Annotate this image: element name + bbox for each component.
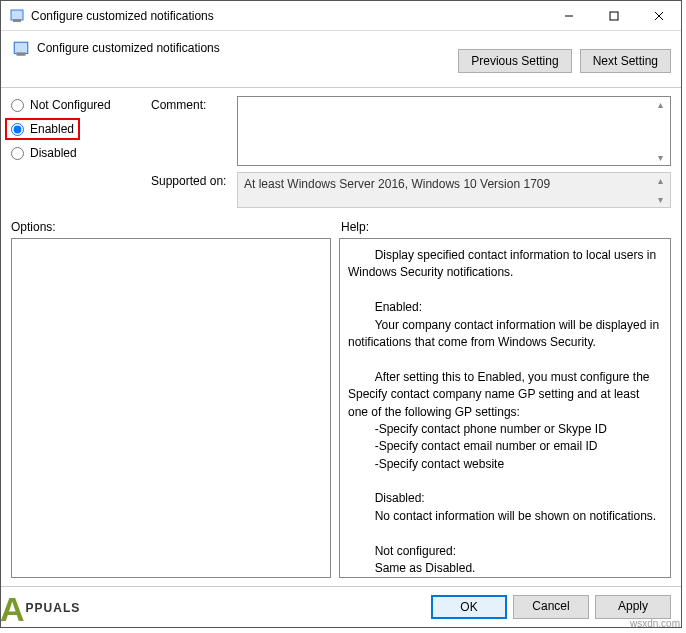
watermark-logo: APPUALS [0,588,80,627]
comment-scroll: ▴▾ [652,99,668,163]
radio-not-configured[interactable]: Not Configured [11,98,141,112]
policy-icon [9,8,25,24]
svg-rect-1 [13,19,21,22]
section-labels: Options: Help: [1,212,681,238]
policy-header-icon [11,39,31,59]
supported-label: Supported on: [151,172,231,208]
watermark-text: PPUALS [26,601,81,615]
supported-scroll: ▴▾ [652,175,668,205]
svg-rect-3 [610,12,618,20]
radio-not-configured-label: Not Configured [30,98,111,112]
nav-buttons: Previous Setting Next Setting [458,49,671,73]
header-bar: Configure customized notifications Previ… [1,31,681,88]
ok-button[interactable]: OK [431,595,507,619]
comment-label: Comment: [151,96,231,166]
radio-disabled-label: Disabled [30,146,77,160]
previous-setting-button[interactable]: Previous Setting [458,49,571,73]
chevron-up-icon: ▴ [652,99,668,110]
header-title: Configure customized notifications [37,39,452,55]
help-pane: Display specified contact information to… [339,238,671,578]
chevron-up-icon: ▴ [652,175,668,186]
options-label: Options: [11,220,341,234]
cancel-button[interactable]: Cancel [513,595,589,619]
radio-enabled-input[interactable] [11,123,24,136]
state-radios: Not Configured Enabled Disabled [11,96,141,208]
window-title: Configure customized notifications [31,9,546,23]
chevron-down-icon: ▾ [652,194,668,205]
radio-enabled[interactable]: Enabled [5,118,80,140]
radio-disabled-input[interactable] [11,147,24,160]
radio-disabled[interactable]: Disabled [11,146,141,160]
svg-rect-0 [11,10,23,20]
comment-textarea[interactable]: ▴▾ [237,96,671,166]
maximize-button[interactable] [591,1,636,30]
config-row: Not Configured Enabled Disabled Comment:… [1,88,681,212]
supported-on-value: At least Windows Server 2016, Windows 10… [244,177,550,191]
options-pane [11,238,331,578]
window-controls [546,1,681,30]
source-site: wsxdn.com [630,618,680,629]
svg-rect-7 [17,52,26,55]
comment-row: Comment: ▴▾ [151,96,671,166]
svg-rect-6 [14,42,28,53]
title-bar: Configure customized notifications [1,1,681,31]
radio-not-configured-input[interactable] [11,99,24,112]
supported-row: Supported on: At least Windows Server 20… [151,172,671,208]
close-button[interactable] [636,1,681,30]
radio-enabled-label: Enabled [30,122,74,136]
help-label: Help: [341,220,671,234]
footer-buttons: OK Cancel Apply [1,586,681,627]
fields: Comment: ▴▾ Supported on: At least Windo… [151,96,671,208]
apply-button[interactable]: Apply [595,595,671,619]
next-setting-button[interactable]: Next Setting [580,49,671,73]
watermark-a-icon: A [0,590,26,629]
chevron-down-icon: ▾ [652,152,668,163]
panes: Display specified contact information to… [1,238,681,586]
supported-on-text: At least Windows Server 2016, Windows 10… [237,172,671,208]
minimize-button[interactable] [546,1,591,30]
policy-window: Configure customized notifications Confi… [0,0,682,628]
